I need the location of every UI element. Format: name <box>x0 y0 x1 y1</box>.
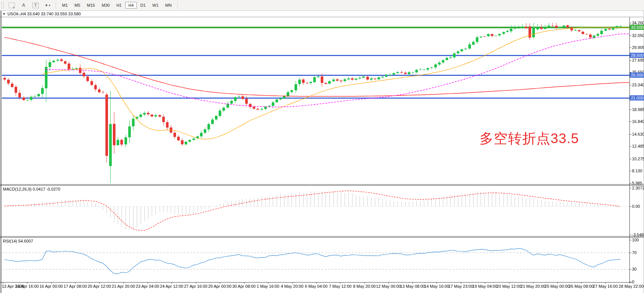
text-tool-button[interactable]: A <box>18 1 29 9</box>
timeframe-button-h1[interactable]: H1 <box>113 2 124 9</box>
time-tick-label: 24 Apr 12:00 <box>160 284 183 289</box>
timeframe-button-h4[interactable]: H4 <box>125 2 136 9</box>
timeframe-button-d1[interactable]: D1 <box>138 2 149 9</box>
text-label-icon: T <box>33 3 38 8</box>
time-tick-label: 21 Apr 20:00 <box>112 284 135 289</box>
rsi-axis-label: 0 <box>632 280 634 284</box>
time-tick-label: 21 May 20:00 <box>521 284 546 289</box>
arrows-tool-button[interactable]: ✦ ▾ <box>42 1 53 9</box>
symbol-ohlc-text: USOil-,H4 33.640 33.740 33.550 33.580 <box>7 12 81 16</box>
price-badge: 21.000 <box>630 95 644 101</box>
rsi-axis-label: 70 <box>632 250 637 255</box>
toolbar: F A T ✦ ▾ M1M5M15M30H1H4D1W1MN <box>0 0 644 11</box>
time-tick-label: 30 Apr 08:00 <box>232 284 255 289</box>
time-tick-label: 14 Apr 16:00 <box>15 284 38 289</box>
macd-axis-label: 2.3072 <box>632 186 644 190</box>
rsi-axis-label: 100 <box>632 238 639 242</box>
time-tick-label: 25 May 00:00 <box>545 284 570 289</box>
time-tick-label: 17 May 23:00 <box>448 284 473 289</box>
time-tick-label: 23 Apr 04:00 <box>136 284 159 289</box>
symbol-ohlc-row[interactable]: ▼ USOil-,H4 33.640 33.740 33.550 33.580 <box>3 12 81 16</box>
time-tick-label: 13 May 08:00 <box>400 284 425 289</box>
time-tick-label: 28 May 22:00 <box>619 284 644 289</box>
text-label-tool-button[interactable]: T <box>30 1 41 9</box>
macd-indicator-label: MACD(12,26,9) 0.0417 -0.0270 <box>3 187 60 191</box>
time-tick-label: 17 Apr 08:00 <box>64 284 87 289</box>
time-tick-label: 20 Apr 12:00 <box>88 284 111 289</box>
toolbar-separator <box>56 2 56 9</box>
symbol-dropdown-icon[interactable]: ▼ <box>3 12 6 16</box>
price-tick-label: 8.130 <box>632 169 643 173</box>
time-tick-label: 4 May 20:00 <box>281 284 303 289</box>
time-tick-label: 29 Apr 00:00 <box>208 284 231 289</box>
timeframe-button-m1[interactable]: M1 <box>59 2 71 9</box>
price-tick-label: 10.275 <box>632 157 644 161</box>
rsi-indicator-label: RSI(14) 54.6007 <box>3 239 33 243</box>
time-tick-label: 26 May 08:00 <box>569 284 594 289</box>
price-tick-label: 5.985 <box>632 181 643 185</box>
trading-app-window: F A T ✦ ▾ M1M5M15M30H1H4D1W1MN ▼ USOil-,… <box>0 0 644 293</box>
time-tick-label: 12 May 00:00 <box>376 284 401 289</box>
chart-annotation-text: 多空转折点33.5 <box>480 129 579 148</box>
arrows-icon: ✦ <box>44 3 48 8</box>
time-tick-label: 6 May 04:00 <box>305 284 328 289</box>
time-tick-label: 14 May 16:00 <box>424 284 449 289</box>
time-tick-label: 16 Apr 00:00 <box>40 284 63 289</box>
price-tick-label: 16.840 <box>632 119 644 124</box>
timeframe-button-m15[interactable]: M15 <box>84 2 98 9</box>
timeframe-button-mn[interactable]: MN <box>162 2 175 9</box>
price-tick-label: 29.905 <box>632 45 644 50</box>
dropdown-arrow-icon: ▾ <box>49 4 50 7</box>
price-badge: 28.500 <box>630 53 644 58</box>
timeframe-button-m5[interactable]: M5 <box>71 2 83 9</box>
timeframe-buttons: M1M5M15M30H1H4D1W1MN <box>59 2 175 9</box>
price-tick-label: 23.340 <box>632 83 644 87</box>
rsi-axis-label: 30 <box>632 267 637 271</box>
time-tick-label: 8 May 20:00 <box>353 284 376 289</box>
macd-axis-label: -3.5484 <box>632 232 644 237</box>
time-tick-label: 7 May 12:00 <box>329 284 352 289</box>
time-tick-label: 27 May 16:00 <box>593 284 618 289</box>
time-tick-label: 19 May 04:00 <box>472 284 497 289</box>
time-tick-label: 27 Apr 16:00 <box>184 284 207 289</box>
timeframe-button-m30[interactable]: M30 <box>99 2 113 9</box>
toolbar-separator <box>177 2 178 9</box>
time-tick-label: 20 May 12:00 <box>496 284 521 289</box>
toolbar-grip[interactable] <box>1 2 4 9</box>
timeframe-button-w1[interactable]: W1 <box>150 2 162 9</box>
price-tick-label: 32.050 <box>632 33 644 38</box>
time-tick-label: 1 May 16:00 <box>257 284 280 289</box>
fibonacci-tool-button[interactable]: F <box>6 1 17 9</box>
price-tick-label: 18.985 <box>632 107 644 112</box>
fibonacci-grid-icon: F <box>9 3 15 8</box>
price-tick-label: 27.695 <box>632 58 644 62</box>
price-badge: 25.000 <box>630 73 644 78</box>
price-badge: 33.500 <box>630 25 644 30</box>
price-tick-label: 12.485 <box>632 144 644 148</box>
price-tick-label: 14.630 <box>632 132 644 136</box>
macd-axis-label: 0.00 <box>632 204 640 209</box>
